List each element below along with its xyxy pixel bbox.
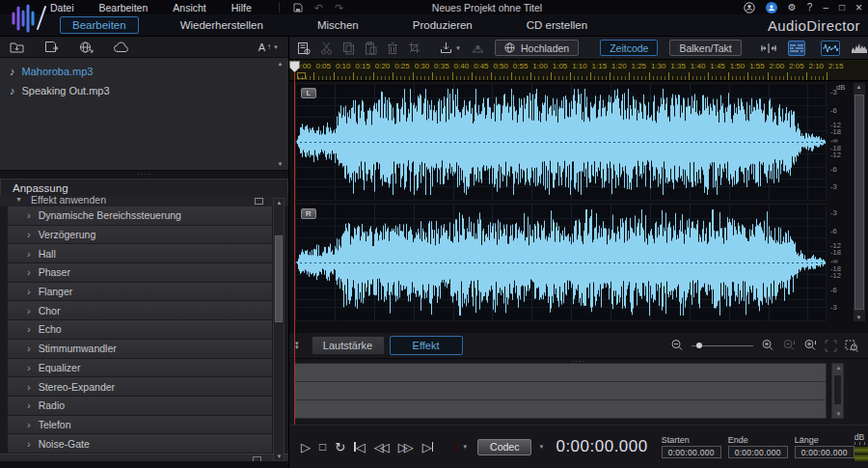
effect-track-row[interactable] (295, 400, 826, 418)
fast-forward-button[interactable]: ▷▷ (398, 441, 414, 454)
zoom-in-vertical-icon[interactable] (803, 339, 817, 352)
tab-cd-erstellen[interactable]: CD erstellen (514, 16, 600, 34)
spectral-view-icon[interactable] (850, 41, 868, 56)
scrollbar-thumb[interactable] (834, 375, 841, 404)
import-media-icon[interactable] (10, 41, 24, 53)
effect-item-equalizer[interactable]: ›Equalizer (8, 359, 272, 378)
vertical-scrollbar[interactable]: ▲ ▼ (854, 83, 865, 321)
left-channel-badge[interactable]: L (301, 88, 316, 98)
paste-icon[interactable] (365, 41, 377, 55)
marker-dropdown-icon[interactable]: ▼ (440, 41, 461, 54)
text-size-control[interactable]: A↑▼ (258, 41, 279, 53)
trim-icon[interactable] (408, 41, 420, 54)
effect-item-hall[interactable]: ›Hall (8, 244, 272, 263)
account-icon[interactable] (744, 2, 755, 14)
tab-produzieren[interactable]: Produzieren (400, 16, 485, 34)
effect-item-radio[interactable]: ›Radio (8, 397, 272, 416)
menu-item-bearbeiten[interactable]: Bearbeiten (99, 2, 149, 14)
field-value[interactable]: 0:00:00.000 (728, 446, 788, 458)
fade-tool-icon[interactable] (759, 41, 778, 56)
stop-button[interactable]: □ (319, 441, 326, 454)
zoom-slider-handle[interactable] (696, 343, 702, 348)
waveform-view-icon[interactable] (821, 41, 840, 56)
left-channel-display[interactable]: L (294, 83, 827, 201)
tab-effect[interactable]: Effekt (390, 336, 463, 355)
effect-item-phaser[interactable]: ›Phaser (8, 263, 272, 283)
rewind-button[interactable]: ◁◁ (374, 441, 390, 454)
effect-item-stereo-expander[interactable]: ›Stereo-Expander (8, 377, 272, 397)
adjust-settings-icon[interactable] (297, 41, 311, 55)
zoom-slider[interactable] (692, 345, 753, 346)
file-item-mahoroba-mp3[interactable]: ♪Mahoroba.mp3 (0, 62, 288, 81)
scroll-up-icon[interactable]: ▲ (854, 84, 864, 90)
export-file-icon[interactable] (44, 41, 59, 53)
menu-item-datei[interactable]: Datei (50, 2, 74, 14)
settings-gear-icon[interactable]: ⚙ (788, 3, 797, 13)
waveform-canvas-right[interactable] (295, 205, 826, 320)
effect-panel-scrollbar[interactable]: ▲ ▼ (831, 363, 844, 419)
scroll-up-icon[interactable]: ▲ (275, 61, 285, 67)
cloud-icon[interactable] (114, 41, 130, 53)
effect-track-lanes[interactable] (294, 363, 827, 419)
go-to-end-button[interactable]: ▷ (422, 441, 434, 454)
effect-track-row[interactable] (295, 364, 826, 382)
tab-mischen[interactable]: Mischen (305, 16, 371, 34)
collapsed-section-row[interactable] (0, 454, 288, 461)
menu-item-hilfe[interactable]: Hilfe (231, 2, 252, 14)
effect-item-noise-gate[interactable]: ›Noise-Gate (8, 434, 272, 454)
upload-button[interactable]: Hochladen (495, 40, 579, 56)
scroll-down-icon[interactable]: ▼ (274, 454, 285, 459)
keyframe-panel-icon[interactable] (788, 41, 805, 56)
effects-scrollbar[interactable]: ▲ ▼ (273, 198, 285, 461)
timecode-toggle-button[interactable]: Zeitcode (600, 40, 658, 56)
scroll-down-icon[interactable]: ▼ (854, 315, 864, 320)
fit-to-window-icon[interactable] (825, 340, 837, 352)
zoom-out-vertical-icon[interactable] (782, 339, 796, 352)
minimize-button[interactable]: – (823, 3, 828, 13)
effect-item-chor[interactable]: ›Chor (8, 301, 272, 320)
redo-icon[interactable]: ↷ (335, 3, 343, 13)
effect-item-telefon[interactable]: ›Telefon (8, 416, 272, 435)
scroll-down-icon[interactable]: ▼ (275, 161, 285, 167)
field-value[interactable]: 0:00:00.000 (795, 446, 854, 458)
effect-item-flanger[interactable]: ›Flanger (8, 283, 272, 302)
scroll-up-icon[interactable]: ▲ (274, 200, 285, 206)
directorzone-icon[interactable] (766, 2, 777, 14)
go-to-start-button[interactable]: ◁ (354, 441, 366, 454)
file-item-speaking-out-mp3[interactable]: ♪Speaking Out.mp3 (0, 81, 288, 100)
playhead-line[interactable] (294, 60, 295, 425)
effect-item-echo[interactable]: ›Echo (8, 320, 272, 340)
delete-icon[interactable] (387, 41, 398, 55)
right-channel-display[interactable]: R (294, 204, 827, 321)
scroll-down-icon[interactable]: ▼ (832, 411, 845, 417)
region-start-marker[interactable] (297, 72, 306, 79)
collapse-tracks-icon[interactable]: ▾▾ (295, 342, 299, 349)
effect-track-row[interactable] (295, 382, 826, 400)
menu-item-ansicht[interactable]: Ansicht (173, 2, 205, 14)
file-list-scrollbar[interactable]: ▲ ▼ (275, 61, 285, 167)
effects-section-header[interactable]: ▼ Effekt anwenden (0, 196, 288, 206)
scroll-up-icon[interactable]: ▲ (832, 365, 845, 371)
tab-bearbeiten[interactable]: Bearbeiten (60, 16, 139, 34)
bars-beats-toggle-button[interactable]: Balken/Takt (669, 40, 741, 56)
effect-item-verz-gerung[interactable]: ›Verzögerung (8, 226, 272, 245)
right-channel-badge[interactable]: R (301, 208, 316, 219)
timeline-ruler[interactable]: 0:000:050:100:150:200:250:300:350:400:45… (289, 60, 868, 81)
codec-button[interactable]: Codec (477, 439, 531, 455)
loop-button[interactable]: ↻ (335, 441, 345, 454)
zoom-to-selection-icon[interactable] (845, 339, 858, 352)
cut-icon[interactable] (320, 41, 333, 55)
tab-volume[interactable]: Lautstärke (312, 336, 385, 355)
close-button[interactable]: × (855, 3, 862, 13)
help-icon[interactable]: ? (807, 3, 813, 13)
auphonic-icon[interactable] (471, 41, 485, 54)
field-value[interactable]: 0:00:00.000 (662, 446, 721, 458)
effect-item-dynamische-bereichssteuerung[interactable]: ›Dynamische Bereichssteuerung (8, 206, 272, 226)
waveform-canvas-left[interactable] (295, 84, 826, 200)
panel-splitter-handle[interactable]: ···· (0, 171, 288, 179)
codec-dropdown-icon[interactable]: ▼ (538, 444, 544, 450)
undo-icon[interactable]: ↶ (314, 3, 323, 13)
scrollbar-thumb[interactable] (275, 235, 283, 322)
tab-wiederherstellen[interactable]: Wiederherstellen (168, 16, 276, 34)
save-icon[interactable] (293, 3, 303, 13)
